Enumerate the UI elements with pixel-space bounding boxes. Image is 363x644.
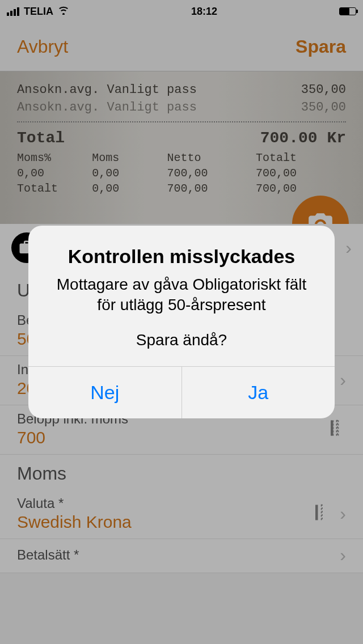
alert-title: Kontrollen misslyckades bbox=[45, 245, 318, 268]
alert-no-button[interactable]: Nej bbox=[28, 367, 182, 418]
alert-message: Mottagare av gåva Obligatoriskt fält för… bbox=[45, 274, 318, 316]
modal-overlay: Kontrollen misslyckades Mottagare av gåv… bbox=[0, 0, 363, 644]
alert-dialog: Kontrollen misslyckades Mottagare av gåv… bbox=[28, 226, 335, 419]
alert-question: Spara ändå? bbox=[45, 331, 318, 349]
alert-yes-button[interactable]: Ja bbox=[182, 367, 335, 418]
